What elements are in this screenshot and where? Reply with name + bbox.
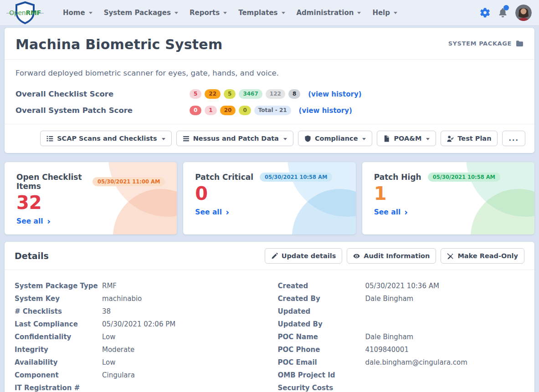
nav-help[interactable]: Help: [372, 9, 397, 17]
score-badge-na: 122: [266, 89, 285, 99]
detail-row-last-compliance: Last Compliance05/30/2021 02:06 PM: [15, 319, 270, 329]
detail-label: OMB Project Id: [278, 370, 365, 380]
page-title: Machina Biometric System: [15, 36, 222, 52]
patch-badge-critical: 0: [190, 106, 201, 115]
chevron-down-icon: [394, 12, 397, 14]
system-package-label: SYSTEM PACKAGE: [448, 40, 512, 47]
details-actions: Update details Audit Information Make Re…: [265, 248, 524, 264]
notifications-button[interactable]: [498, 8, 508, 17]
chevron-down-icon: [357, 12, 361, 14]
system-package-header: Machina Biometric System SYSTEM PACKAGE: [5, 28, 534, 60]
nav-templates[interactable]: Templates: [238, 9, 285, 17]
audit-information-button[interactable]: Audit Information: [347, 248, 436, 264]
test-plan-button[interactable]: Test Plan: [441, 131, 498, 146]
detail-row-availability: AvailabilityLow: [15, 357, 270, 367]
detail-label: Security Costs: [278, 383, 365, 392]
chevron-down-icon: [162, 138, 165, 140]
detail-row-created: Created05/30/2021 10:36 AM: [278, 281, 535, 291]
score-badge-passed: 3467: [239, 89, 262, 99]
patch-score-row: Overall System Patch Score 0 1 20 0 Tota…: [15, 106, 524, 115]
see-all-label: See all: [195, 208, 222, 216]
detail-row-updated: Updated: [278, 306, 535, 316]
detail-row-poc-email: POC Emaildale.bingham@cingulara.com: [278, 357, 535, 367]
see-all-open-items-link[interactable]: See all: [16, 217, 50, 225]
pencil-icon: [271, 253, 278, 260]
brand-rmf: RMF: [26, 9, 41, 16]
metric-timestamp-badge: 05/30/2021 10:58 AM: [428, 173, 500, 182]
see-all-patch-critical-link[interactable]: See all: [195, 208, 228, 216]
compliance-label: Compliance: [315, 135, 358, 142]
nav-administration[interactable]: Administration: [297, 9, 361, 17]
score-badge-cat3: 5: [224, 89, 236, 99]
file-icon: [383, 135, 390, 142]
detail-value: dale.bingham@cingulara.com: [365, 357, 467, 367]
detail-value: Low: [102, 332, 116, 342]
openrmf-logo[interactable]: OpenRMF: [7, 1, 51, 24]
metric-card-patch-high: Patch High 05/30/2021 10:58 AM 1 See all: [362, 162, 534, 234]
see-all-label: See all: [374, 208, 401, 216]
system-package-card: Machina Biometric System SYSTEM PACKAGE …: [5, 28, 534, 153]
see-all-label: See all: [16, 217, 43, 225]
detail-label: System Package Type: [15, 281, 102, 291]
nav-system-packages[interactable]: System Packages: [104, 9, 178, 17]
detail-value: 38: [102, 306, 111, 316]
patch-badge-total: Total - 21: [254, 106, 291, 115]
details-body: System Package TypeRMF System Keymachina…: [5, 270, 534, 392]
nessus-patch-data-label: Nessus and Patch Data: [193, 135, 279, 142]
details-title: Details: [15, 251, 49, 261]
compliance-button[interactable]: Compliance: [298, 131, 373, 146]
poam-label: POA&M: [394, 135, 421, 142]
metric-timestamp-badge: 05/30/2021 10:58 AM: [260, 173, 332, 182]
avatar-image: [515, 5, 532, 21]
detail-row-num-checklists: # Checklists38: [15, 306, 270, 316]
page-content: Machina Biometric System SYSTEM PACKAGE …: [0, 25, 539, 392]
update-details-button[interactable]: Update details: [265, 248, 343, 264]
details-right-column: Created05/30/2021 10:36 AM Created ByDal…: [270, 281, 535, 392]
detail-row-system-key: System Keymachinabio: [15, 294, 270, 304]
nessus-patch-data-button[interactable]: Nessus and Patch Data: [176, 131, 293, 146]
more-actions-button[interactable]: ...: [502, 131, 525, 146]
settings-button[interactable]: [480, 7, 490, 18]
folder-icon: [516, 40, 524, 47]
checklist-view-history-link[interactable]: (view history): [308, 90, 361, 98]
patch-badge-low: 0: [239, 106, 251, 115]
detail-value: Moderate: [102, 345, 134, 355]
nav-home[interactable]: Home: [63, 9, 92, 17]
detail-label: Created: [278, 281, 365, 291]
user-check-icon: [447, 135, 454, 142]
pen-slash-icon: [447, 253, 454, 260]
detail-value: 05/30/2021 02:06 PM: [102, 319, 175, 329]
user-avatar[interactable]: [515, 5, 532, 21]
eye-icon: [353, 253, 360, 260]
detail-value: 4109840001: [365, 345, 409, 355]
detail-value: RMF: [102, 281, 117, 291]
patch-badge-high: 1: [205, 106, 216, 115]
package-actions-toolbar: SCAP Scans and Checklists Nessus and Pat…: [5, 124, 534, 153]
nav-reports[interactable]: Reports: [190, 9, 227, 17]
patch-view-history-link[interactable]: (view history): [299, 107, 352, 115]
metric-cards-row: Open Checklist Items 05/30/2021 11:00 AM…: [5, 162, 534, 234]
metric-card-title: Patch Critical: [195, 173, 253, 182]
brand-text: OpenRMF: [8, 9, 42, 16]
patch-score-label: Overall System Patch Score: [15, 106, 190, 115]
metric-value: 32: [16, 192, 165, 213]
poam-button[interactable]: POA&M: [377, 131, 436, 146]
chevron-right-icon: [404, 210, 407, 214]
system-description: Forward deployed biometric scanner for e…: [15, 69, 524, 77]
detail-value: Dale Bingham: [365, 332, 414, 342]
scap-scans-checklists-button[interactable]: SCAP Scans and Checklists: [40, 131, 172, 146]
detail-label: Integrity: [15, 345, 102, 355]
chevron-down-icon: [426, 138, 430, 140]
detail-row-confidentiality: ConfidentialityLow: [15, 332, 270, 342]
score-badge-cat2: 22: [205, 89, 221, 99]
detail-row-updated-by: Updated By: [278, 319, 535, 329]
metric-card-title: Open Checklist Items: [16, 173, 86, 191]
metric-card-title: Patch High: [374, 173, 421, 182]
make-read-only-button[interactable]: Make Read-Only: [441, 248, 524, 264]
detail-value: Dale Bingham: [365, 294, 414, 304]
metric-timestamp-badge: 05/30/2021 11:00 AM: [92, 177, 165, 186]
see-all-patch-high-link[interactable]: See all: [374, 208, 407, 216]
nav-reports-label: Reports: [190, 9, 220, 17]
chevron-right-icon: [225, 210, 229, 214]
notification-dot: [503, 5, 509, 10]
